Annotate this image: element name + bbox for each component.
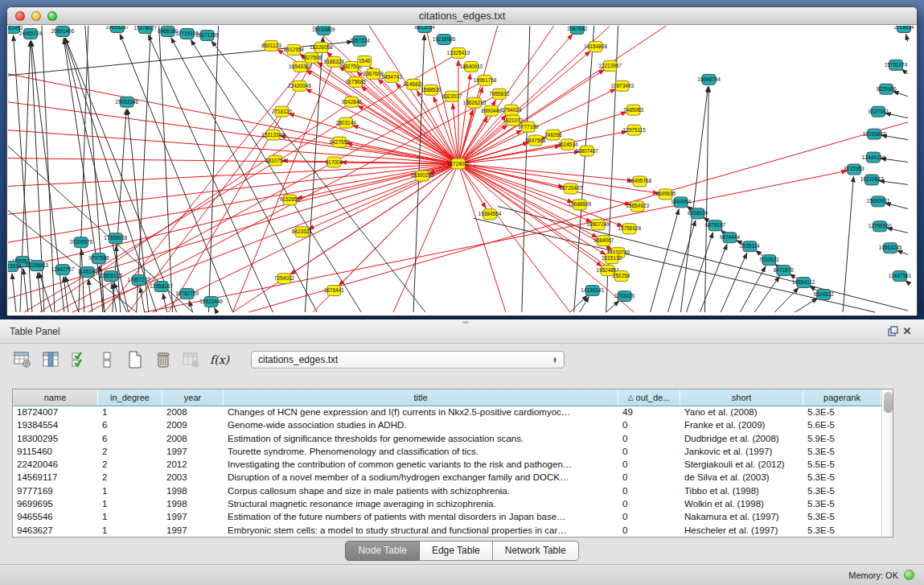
graph-edge[interactable]: [305, 37, 322, 312]
column-header-name[interactable]: name: [13, 389, 98, 406]
zoom-window-button[interactable]: [47, 11, 57, 21]
tab-edge-table[interactable]: Edge Table: [420, 541, 493, 561]
cell-out_degree: 0: [618, 472, 680, 484]
graph-edge[interactable]: [795, 299, 817, 312]
graph-node-label: 19384554: [478, 211, 502, 216]
graph-edge[interactable]: [145, 171, 848, 312]
memory-status-indicator: [904, 570, 914, 580]
splitter-handle[interactable]: [462, 320, 469, 323]
graph-edge[interactable]: [522, 26, 530, 312]
graph-node-label: 6479197: [705, 222, 726, 228]
column-header-label: short: [732, 393, 751, 402]
delete-table-button[interactable]: [182, 350, 201, 369]
graph-edge[interactable]: [897, 250, 908, 254]
graph-edge[interactable]: [393, 164, 458, 312]
column-header-pagerank[interactable]: pagerank: [803, 389, 881, 406]
table-row[interactable]: 1938455462009Genome-wide association stu…: [13, 419, 881, 432]
graph-edge[interactable]: [209, 26, 219, 312]
graph-node-label: 18724007: [447, 161, 470, 167]
row-view-button[interactable]: [97, 350, 117, 369]
graph-edge[interactable]: [290, 164, 458, 275]
graph-edge[interactable]: [23, 269, 28, 312]
column-header-year[interactable]: year: [162, 389, 224, 406]
cell-year: 2009: [162, 419, 224, 432]
close-icon[interactable]: ✕: [900, 324, 914, 339]
graph-edge[interactable]: [458, 74, 470, 164]
graph-edge[interactable]: [113, 109, 126, 312]
graph-edge[interactable]: [901, 69, 908, 74]
graph-edge[interactable]: [843, 176, 853, 312]
cell-pagerank: 5.3E-5: [803, 525, 881, 538]
select-rows-button[interactable]: [69, 350, 88, 369]
table-row[interactable]: 1456911722003Disruption of a novel membe…: [13, 472, 881, 484]
graph-edge[interactable]: [81, 249, 84, 312]
graph-edge[interactable]: [215, 308, 217, 312]
delete-column-button[interactable]: [154, 350, 173, 369]
column-header-label: in_degree: [110, 393, 150, 402]
table-row[interactable]: 2242004622012Investigating the contribut…: [13, 459, 881, 472]
graph-node-label: 10655287: [105, 26, 129, 30]
graph-edge[interactable]: [474, 218, 875, 312]
table-row[interactable]: 969969511998Structural magnetic resonanc…: [13, 498, 881, 511]
column-header-short[interactable]: short: [680, 389, 803, 406]
graph-edge[interactable]: [498, 206, 908, 311]
graph-edge[interactable]: [140, 287, 144, 312]
minimize-window-button[interactable]: [31, 11, 41, 21]
table-row[interactable]: 911546021997Tourette syndrome. Phenomeno…: [13, 446, 881, 459]
graph-edge[interactable]: [885, 204, 908, 209]
graph-edge[interactable]: [754, 277, 779, 312]
show-column-button[interactable]: [41, 350, 60, 369]
graph-edge[interactable]: [8, 164, 458, 299]
column-header-out_degree[interactable]: △out_de...: [618, 389, 680, 406]
graph-edge[interactable]: [458, 164, 615, 273]
delete-table-icon: [183, 351, 200, 369]
cell-out_degree: 0: [618, 446, 680, 459]
graph-node-label: 9329966: [876, 86, 897, 92]
graph-edge[interactable]: [309, 164, 458, 229]
graph-edge[interactable]: [88, 279, 92, 312]
graph-edge[interactable]: [700, 245, 727, 312]
graph-edge[interactable]: [721, 253, 746, 312]
graph-edge[interactable]: [280, 136, 458, 164]
graph-edge[interactable]: [580, 297, 589, 312]
table-row[interactable]: 946362711997Embryonic stem cells: a mode…: [13, 525, 881, 538]
graph-edge[interactable]: [120, 34, 232, 312]
float-window-icon[interactable]: [885, 324, 900, 339]
tab-network-table[interactable]: Network Table: [493, 541, 579, 561]
table-row[interactable]: 1830029562008Estimation of significance …: [13, 433, 881, 446]
table-scrollbar[interactable]: [881, 389, 893, 537]
new-column-button[interactable]: [125, 350, 145, 369]
graph-edge[interactable]: [893, 92, 908, 97]
graph-edge[interactable]: [606, 301, 619, 312]
table-row[interactable]: 977716911998Corpus callosum shape and si…: [13, 485, 881, 498]
graph-edge[interactable]: [358, 105, 458, 163]
tab-node-table[interactable]: Node Table: [345, 541, 420, 561]
graph-node-label: 11156863: [26, 262, 48, 268]
graph-edge[interactable]: [687, 233, 713, 312]
graph-edge[interactable]: [8, 164, 458, 271]
graph-edge[interactable]: [740, 266, 766, 312]
network-canvas[interactable]: 1872400786011238912954182260589827508165…: [8, 26, 916, 315]
column-header-title[interactable]: title: [224, 389, 618, 406]
graph-edge[interactable]: [574, 26, 594, 312]
graph-edge[interactable]: [129, 112, 282, 312]
graph-edge[interactable]: [885, 113, 908, 118]
close-window-button[interactable]: [15, 11, 25, 21]
table-row[interactable]: 1872400712008Changes of HCN gene express…: [13, 406, 881, 419]
graph-edge[interactable]: [20, 41, 31, 312]
graph-edge[interactable]: [306, 89, 458, 164]
graph-node-label: 8601123: [261, 43, 281, 48]
scrollbar-thumb[interactable]: [884, 392, 893, 413]
table-select-dropdown[interactable]: citations_edges.txt ▲▼: [251, 351, 565, 369]
graph-edge[interactable]: [906, 35, 908, 42]
graph-edge[interactable]: [12, 274, 16, 312]
table-mode-button[interactable]: [13, 350, 32, 369]
graph-node-label: 12213967: [598, 63, 622, 68]
table-row[interactable]: 946554611997Estimation of the future num…: [13, 511, 881, 524]
network-window-titlebar[interactable]: citations_edges.txt: [7, 7, 917, 25]
graph-edge[interactable]: [171, 38, 317, 312]
function-builder-button[interactable]: f(x): [210, 350, 229, 369]
graph-edge[interactable]: [163, 294, 167, 312]
graph-edge[interactable]: [458, 164, 486, 208]
column-header-in_degree[interactable]: in_degree: [98, 389, 162, 406]
